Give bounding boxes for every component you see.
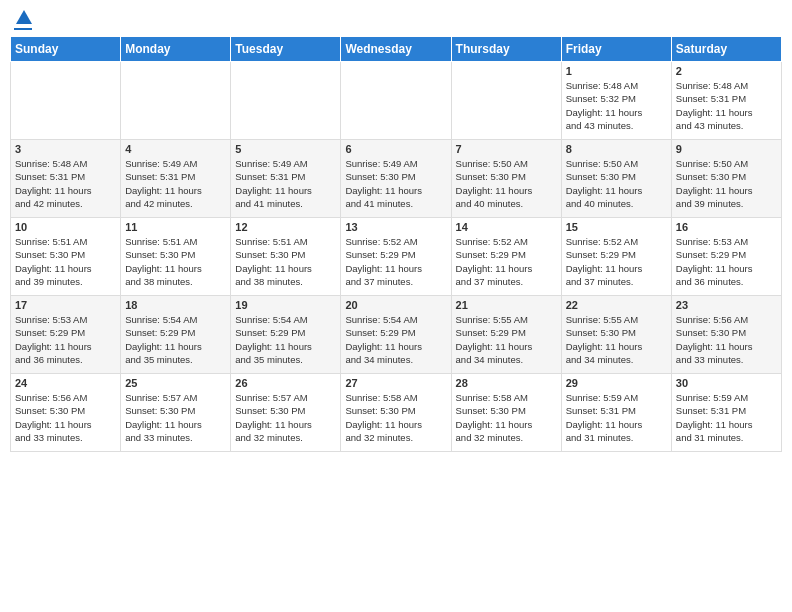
day-header-saturday: Saturday xyxy=(671,37,781,62)
day-info: Sunrise: 5:50 AM Sunset: 5:30 PM Dayligh… xyxy=(566,157,667,210)
week-row: 3Sunrise: 5:48 AM Sunset: 5:31 PM Daylig… xyxy=(11,140,782,218)
day-number: 23 xyxy=(676,299,777,311)
day-number: 19 xyxy=(235,299,336,311)
day-number: 8 xyxy=(566,143,667,155)
calendar-cell: 11Sunrise: 5:51 AM Sunset: 5:30 PM Dayli… xyxy=(121,218,231,296)
day-info: Sunrise: 5:53 AM Sunset: 5:29 PM Dayligh… xyxy=(676,235,777,288)
page-header xyxy=(10,10,782,30)
day-number: 9 xyxy=(676,143,777,155)
week-row: 10Sunrise: 5:51 AM Sunset: 5:30 PM Dayli… xyxy=(11,218,782,296)
day-number: 22 xyxy=(566,299,667,311)
day-number: 17 xyxy=(15,299,116,311)
day-info: Sunrise: 5:56 AM Sunset: 5:30 PM Dayligh… xyxy=(15,391,116,444)
week-row: 17Sunrise: 5:53 AM Sunset: 5:29 PM Dayli… xyxy=(11,296,782,374)
day-header-friday: Friday xyxy=(561,37,671,62)
day-info: Sunrise: 5:49 AM Sunset: 5:30 PM Dayligh… xyxy=(345,157,446,210)
day-number: 7 xyxy=(456,143,557,155)
day-number: 29 xyxy=(566,377,667,389)
day-number: 3 xyxy=(15,143,116,155)
day-number: 1 xyxy=(566,65,667,77)
day-info: Sunrise: 5:54 AM Sunset: 5:29 PM Dayligh… xyxy=(125,313,226,366)
day-number: 12 xyxy=(235,221,336,233)
calendar-cell: 20Sunrise: 5:54 AM Sunset: 5:29 PM Dayli… xyxy=(341,296,451,374)
day-info: Sunrise: 5:55 AM Sunset: 5:29 PM Dayligh… xyxy=(456,313,557,366)
day-info: Sunrise: 5:48 AM Sunset: 5:31 PM Dayligh… xyxy=(15,157,116,210)
day-info: Sunrise: 5:56 AM Sunset: 5:30 PM Dayligh… xyxy=(676,313,777,366)
day-info: Sunrise: 5:49 AM Sunset: 5:31 PM Dayligh… xyxy=(235,157,336,210)
day-number: 6 xyxy=(345,143,446,155)
calendar-cell xyxy=(121,62,231,140)
calendar-cell: 30Sunrise: 5:59 AM Sunset: 5:31 PM Dayli… xyxy=(671,374,781,452)
calendar-cell: 15Sunrise: 5:52 AM Sunset: 5:29 PM Dayli… xyxy=(561,218,671,296)
day-header-thursday: Thursday xyxy=(451,37,561,62)
day-number: 28 xyxy=(456,377,557,389)
day-header-sunday: Sunday xyxy=(11,37,121,62)
day-info: Sunrise: 5:50 AM Sunset: 5:30 PM Dayligh… xyxy=(456,157,557,210)
calendar-cell: 4Sunrise: 5:49 AM Sunset: 5:31 PM Daylig… xyxy=(121,140,231,218)
calendar-cell: 17Sunrise: 5:53 AM Sunset: 5:29 PM Dayli… xyxy=(11,296,121,374)
calendar-cell: 2Sunrise: 5:48 AM Sunset: 5:31 PM Daylig… xyxy=(671,62,781,140)
day-number: 10 xyxy=(15,221,116,233)
calendar-cell: 28Sunrise: 5:58 AM Sunset: 5:30 PM Dayli… xyxy=(451,374,561,452)
day-number: 14 xyxy=(456,221,557,233)
calendar-cell: 8Sunrise: 5:50 AM Sunset: 5:30 PM Daylig… xyxy=(561,140,671,218)
calendar-cell: 26Sunrise: 5:57 AM Sunset: 5:30 PM Dayli… xyxy=(231,374,341,452)
day-number: 4 xyxy=(125,143,226,155)
logo-triangle-icon xyxy=(16,10,32,24)
calendar-cell xyxy=(11,62,121,140)
day-header-monday: Monday xyxy=(121,37,231,62)
logo xyxy=(14,10,32,30)
day-info: Sunrise: 5:50 AM Sunset: 5:30 PM Dayligh… xyxy=(676,157,777,210)
day-info: Sunrise: 5:57 AM Sunset: 5:30 PM Dayligh… xyxy=(235,391,336,444)
day-number: 13 xyxy=(345,221,446,233)
day-info: Sunrise: 5:59 AM Sunset: 5:31 PM Dayligh… xyxy=(676,391,777,444)
day-number: 21 xyxy=(456,299,557,311)
calendar-cell: 22Sunrise: 5:55 AM Sunset: 5:30 PM Dayli… xyxy=(561,296,671,374)
day-number: 15 xyxy=(566,221,667,233)
calendar-cell: 6Sunrise: 5:49 AM Sunset: 5:30 PM Daylig… xyxy=(341,140,451,218)
day-info: Sunrise: 5:48 AM Sunset: 5:32 PM Dayligh… xyxy=(566,79,667,132)
day-header-tuesday: Tuesday xyxy=(231,37,341,62)
calendar-cell: 13Sunrise: 5:52 AM Sunset: 5:29 PM Dayli… xyxy=(341,218,451,296)
day-number: 25 xyxy=(125,377,226,389)
day-number: 5 xyxy=(235,143,336,155)
day-info: Sunrise: 5:54 AM Sunset: 5:29 PM Dayligh… xyxy=(345,313,446,366)
day-info: Sunrise: 5:48 AM Sunset: 5:31 PM Dayligh… xyxy=(676,79,777,132)
day-number: 24 xyxy=(15,377,116,389)
calendar-cell xyxy=(341,62,451,140)
calendar-cell: 23Sunrise: 5:56 AM Sunset: 5:30 PM Dayli… xyxy=(671,296,781,374)
day-number: 11 xyxy=(125,221,226,233)
calendar-cell: 24Sunrise: 5:56 AM Sunset: 5:30 PM Dayli… xyxy=(11,374,121,452)
calendar-cell: 18Sunrise: 5:54 AM Sunset: 5:29 PM Dayli… xyxy=(121,296,231,374)
day-info: Sunrise: 5:52 AM Sunset: 5:29 PM Dayligh… xyxy=(345,235,446,288)
day-info: Sunrise: 5:51 AM Sunset: 5:30 PM Dayligh… xyxy=(125,235,226,288)
calendar-cell: 27Sunrise: 5:58 AM Sunset: 5:30 PM Dayli… xyxy=(341,374,451,452)
day-info: Sunrise: 5:52 AM Sunset: 5:29 PM Dayligh… xyxy=(566,235,667,288)
calendar-cell: 1Sunrise: 5:48 AM Sunset: 5:32 PM Daylig… xyxy=(561,62,671,140)
day-number: 30 xyxy=(676,377,777,389)
day-info: Sunrise: 5:57 AM Sunset: 5:30 PM Dayligh… xyxy=(125,391,226,444)
calendar-cell: 7Sunrise: 5:50 AM Sunset: 5:30 PM Daylig… xyxy=(451,140,561,218)
calendar-table: SundayMondayTuesdayWednesdayThursdayFrid… xyxy=(10,36,782,452)
day-info: Sunrise: 5:59 AM Sunset: 5:31 PM Dayligh… xyxy=(566,391,667,444)
day-info: Sunrise: 5:58 AM Sunset: 5:30 PM Dayligh… xyxy=(456,391,557,444)
day-info: Sunrise: 5:51 AM Sunset: 5:30 PM Dayligh… xyxy=(235,235,336,288)
calendar-cell: 3Sunrise: 5:48 AM Sunset: 5:31 PM Daylig… xyxy=(11,140,121,218)
day-info: Sunrise: 5:51 AM Sunset: 5:30 PM Dayligh… xyxy=(15,235,116,288)
day-number: 26 xyxy=(235,377,336,389)
week-row: 24Sunrise: 5:56 AM Sunset: 5:30 PM Dayli… xyxy=(11,374,782,452)
day-number: 2 xyxy=(676,65,777,77)
calendar-cell: 12Sunrise: 5:51 AM Sunset: 5:30 PM Dayli… xyxy=(231,218,341,296)
day-info: Sunrise: 5:53 AM Sunset: 5:29 PM Dayligh… xyxy=(15,313,116,366)
day-info: Sunrise: 5:55 AM Sunset: 5:30 PM Dayligh… xyxy=(566,313,667,366)
calendar-cell: 16Sunrise: 5:53 AM Sunset: 5:29 PM Dayli… xyxy=(671,218,781,296)
day-info: Sunrise: 5:49 AM Sunset: 5:31 PM Dayligh… xyxy=(125,157,226,210)
calendar-cell: 9Sunrise: 5:50 AM Sunset: 5:30 PM Daylig… xyxy=(671,140,781,218)
day-number: 27 xyxy=(345,377,446,389)
day-number: 20 xyxy=(345,299,446,311)
day-info: Sunrise: 5:54 AM Sunset: 5:29 PM Dayligh… xyxy=(235,313,336,366)
calendar-cell: 14Sunrise: 5:52 AM Sunset: 5:29 PM Dayli… xyxy=(451,218,561,296)
calendar-cell: 5Sunrise: 5:49 AM Sunset: 5:31 PM Daylig… xyxy=(231,140,341,218)
calendar-cell: 29Sunrise: 5:59 AM Sunset: 5:31 PM Dayli… xyxy=(561,374,671,452)
calendar-cell: 25Sunrise: 5:57 AM Sunset: 5:30 PM Dayli… xyxy=(121,374,231,452)
